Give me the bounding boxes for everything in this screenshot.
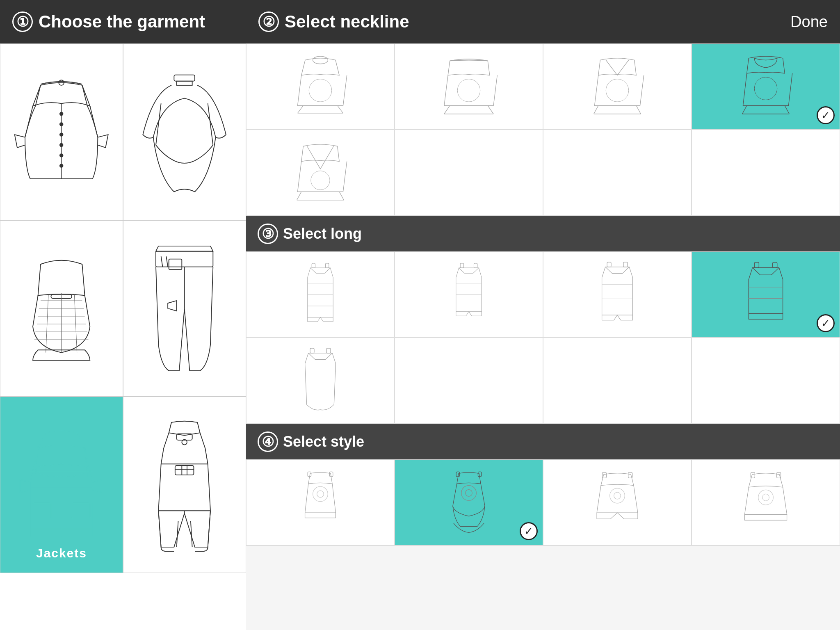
svg-rect-55 bbox=[312, 263, 315, 268]
svg-line-49 bbox=[785, 105, 789, 114]
svg-rect-21 bbox=[33, 503, 51, 518]
jacket-label: Jackets bbox=[36, 546, 87, 560]
svg-rect-56 bbox=[325, 263, 329, 268]
svg-rect-17 bbox=[156, 251, 213, 267]
svg-point-78 bbox=[461, 485, 477, 500]
step3-circle: ③ bbox=[258, 224, 278, 244]
svg-rect-73 bbox=[326, 348, 331, 353]
long-option-3[interactable] bbox=[543, 251, 692, 338]
long-extra-row bbox=[246, 338, 840, 424]
svg-rect-68 bbox=[754, 262, 759, 267]
style-option-4[interactable] bbox=[692, 459, 840, 546]
left-title: Choose the garment bbox=[39, 12, 205, 32]
style-option-2-check: ✓ bbox=[520, 522, 538, 540]
svg-point-1 bbox=[60, 112, 63, 116]
neckline-option-grid: ✓ bbox=[246, 43, 840, 130]
long-option-5[interactable] bbox=[246, 338, 395, 424]
svg-point-86 bbox=[758, 490, 774, 505]
style-option-grid: ✓ bbox=[246, 459, 840, 546]
select-long-section: ✓ bbox=[246, 251, 840, 424]
svg-rect-8 bbox=[174, 75, 195, 81]
step2-circle: ② bbox=[258, 11, 279, 32]
select-long-title: Select long bbox=[283, 225, 362, 242]
garment-grid: Jackets bbox=[0, 43, 246, 630]
svg-rect-64 bbox=[607, 262, 611, 267]
neckline-collar-check: ✓ bbox=[817, 106, 835, 124]
garment-trousers[interactable] bbox=[123, 220, 246, 397]
svg-rect-18 bbox=[169, 259, 182, 269]
neckline-empty-3 bbox=[692, 130, 840, 216]
garment-corset[interactable] bbox=[0, 220, 123, 397]
svg-rect-32 bbox=[175, 466, 194, 475]
svg-point-3 bbox=[60, 133, 63, 137]
svg-point-74 bbox=[313, 486, 328, 502]
garment-jacket[interactable]: Jackets bbox=[0, 397, 123, 573]
svg-rect-72 bbox=[310, 348, 314, 353]
neckline-collar[interactable]: ✓ bbox=[692, 43, 840, 130]
right-panel: ② Select neckline Done bbox=[246, 0, 840, 630]
neckline-deepv[interactable] bbox=[246, 130, 395, 216]
svg-line-48 bbox=[742, 105, 747, 114]
garment-cape[interactable] bbox=[123, 44, 246, 220]
svg-line-37 bbox=[338, 105, 343, 113]
svg-point-6 bbox=[60, 164, 63, 168]
svg-line-40 bbox=[444, 105, 450, 114]
neckline-vneck[interactable] bbox=[543, 43, 692, 130]
done-button[interactable]: Done bbox=[790, 13, 828, 31]
svg-line-44 bbox=[594, 105, 598, 114]
long-option-2[interactable] bbox=[395, 251, 543, 338]
svg-point-2 bbox=[60, 123, 63, 126]
long-option-4[interactable]: ✓ bbox=[692, 251, 840, 338]
neckline-section: ✓ bbox=[246, 43, 840, 216]
svg-point-39 bbox=[457, 79, 480, 102]
style-option-3[interactable] bbox=[543, 459, 692, 546]
svg-rect-9 bbox=[177, 81, 192, 85]
neckline-extra-row bbox=[246, 130, 840, 216]
garment-jumpsuit[interactable] bbox=[123, 397, 246, 573]
svg-point-83 bbox=[614, 492, 621, 499]
svg-point-75 bbox=[317, 491, 324, 498]
neckline-title-group: ② Select neckline bbox=[258, 11, 409, 32]
svg-point-34 bbox=[313, 56, 328, 64]
long-empty-3 bbox=[543, 338, 692, 424]
main-container: ① Choose the garment bbox=[0, 0, 840, 630]
svg-point-79 bbox=[466, 489, 472, 496]
svg-rect-61 bbox=[474, 263, 477, 268]
svg-rect-80 bbox=[456, 472, 459, 477]
svg-point-35 bbox=[309, 79, 331, 102]
neckline-boat[interactable] bbox=[395, 43, 543, 130]
svg-point-4 bbox=[60, 144, 63, 147]
svg-rect-60 bbox=[460, 263, 463, 268]
neckline-empty-2 bbox=[543, 130, 692, 216]
long-empty-2 bbox=[395, 338, 543, 424]
step4-circle: ④ bbox=[258, 431, 278, 452]
svg-rect-77 bbox=[329, 472, 333, 477]
style-option-2[interactable]: ✓ bbox=[395, 459, 543, 546]
svg-point-87 bbox=[762, 494, 769, 501]
svg-rect-22 bbox=[72, 503, 90, 518]
garment-blouse[interactable] bbox=[0, 44, 123, 220]
neckline-empty-1 bbox=[395, 130, 543, 216]
svg-rect-81 bbox=[478, 472, 481, 477]
select-style-title: Select style bbox=[283, 433, 364, 450]
right-header: ② Select neckline Done bbox=[246, 0, 840, 43]
svg-point-47 bbox=[754, 77, 777, 100]
svg-line-41 bbox=[488, 105, 493, 114]
svg-line-53 bbox=[339, 192, 344, 200]
long-option-grid: ✓ bbox=[246, 251, 840, 338]
svg-line-52 bbox=[297, 192, 301, 200]
left-panel: ① Choose the garment bbox=[0, 0, 246, 630]
svg-point-51 bbox=[311, 171, 330, 189]
svg-rect-69 bbox=[773, 262, 777, 267]
neckline-crew[interactable] bbox=[246, 43, 395, 130]
long-empty-4 bbox=[692, 338, 840, 424]
svg-point-43 bbox=[606, 79, 628, 102]
left-header: ① Choose the garment bbox=[0, 0, 246, 43]
neckline-title: Select neckline bbox=[285, 12, 409, 32]
svg-line-45 bbox=[636, 105, 641, 114]
svg-rect-76 bbox=[308, 472, 311, 477]
svg-point-82 bbox=[610, 488, 625, 503]
select-style-header: ④ Select style bbox=[246, 424, 840, 459]
long-option-1[interactable] bbox=[246, 251, 395, 338]
style-option-1[interactable] bbox=[246, 459, 395, 546]
